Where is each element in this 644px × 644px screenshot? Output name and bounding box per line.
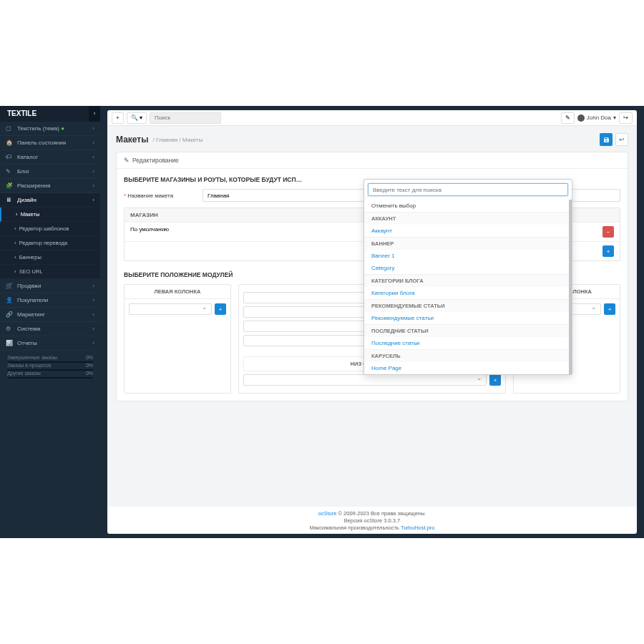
- chevron-right-icon: ›: [92, 182, 94, 189]
- submenu-item-4[interactable]: › SEO URL: [0, 265, 100, 279]
- top-header: + 🔍 ▾ ✎ John Doa ▾ ↪: [107, 110, 637, 126]
- panel-header: ✎ Редактирование: [117, 152, 628, 169]
- panel-title: Редактирование: [132, 157, 179, 164]
- menu-item-0[interactable]: ▢Текстиль (тема) ●›: [0, 122, 100, 136]
- dropdown-option[interactable]: Category: [364, 262, 569, 274]
- user-menu[interactable]: John Doa ▾: [577, 114, 616, 122]
- menu-item-3[interactable]: ✎Блог›: [0, 165, 100, 179]
- menu-item-5[interactable]: 🖥Дизайн›: [0, 193, 100, 208]
- save-button[interactable]: [600, 133, 613, 146]
- right-add-button[interactable]: +: [604, 303, 615, 315]
- menu-icon: 📊: [6, 340, 13, 346]
- menu-item-2[interactable]: 🏷Каталог›: [0, 150, 100, 165]
- name-label: * Название макета: [124, 192, 203, 199]
- menu-icon: ▢: [6, 125, 11, 132]
- page-title: Макеты: [116, 135, 148, 145]
- chevron-right-icon: ›: [92, 197, 94, 203]
- avatar: [577, 114, 585, 122]
- submenu-item-1[interactable]: › Редактор шаблонов: [0, 222, 100, 236]
- dropdown-list: Отменить выборАККАУНТАккаунтБАННЕРBanner…: [364, 200, 572, 374]
- menu-item-8[interactable]: 🔗Маркетинг›: [0, 308, 100, 322]
- menu-icon: 🏷: [6, 154, 11, 160]
- td-shop: По умолчанию: [125, 222, 361, 241]
- search-dropdown-button[interactable]: 🔍 ▾: [127, 112, 147, 124]
- col-left-head: ЛЕВАЯ КОЛОНКА: [125, 285, 230, 299]
- menu-item-6[interactable]: 🛒Продажи›: [0, 279, 100, 293]
- logout-button[interactable]: ↪: [619, 112, 633, 124]
- menu-icon: 🏠: [6, 140, 13, 146]
- add-route-button[interactable]: +: [602, 245, 614, 257]
- dropdown-group: ПОСЛЕДНИЕ СТАТЬИ: [364, 324, 569, 337]
- chevron-right-icon: ›: [92, 340, 94, 346]
- footer-ocstore-link[interactable]: ocStore: [318, 510, 337, 517]
- footer-version: Версия ocStore 3.0.3.7: [344, 517, 400, 524]
- theme-button[interactable]: ✎: [561, 112, 575, 124]
- main-menu: ▢Текстиль (тема) ●›🏠Панель состояния›🏷Ка…: [0, 122, 100, 351]
- menu-icon: 🔗: [6, 311, 13, 318]
- column-left: ЛЕВАЯ КОЛОНКА +: [124, 284, 231, 394]
- menu-item-4[interactable]: 🧩Расширения›: [0, 179, 100, 193]
- menu-icon: 🛒: [6, 283, 13, 289]
- chevron-right-icon: ›: [92, 311, 94, 318]
- menu-icon: 🧩: [6, 182, 13, 189]
- brand-text: TEXTILE: [7, 109, 36, 117]
- add-button[interactable]: +: [112, 112, 124, 124]
- chevron-right-icon: ›: [92, 140, 94, 146]
- menu-icon: 👤: [6, 297, 13, 303]
- bottom-module-select[interactable]: [243, 374, 487, 386]
- menu-icon: ✎: [6, 168, 11, 175]
- left-add-button[interactable]: +: [215, 303, 226, 315]
- dropdown-option[interactable]: Последние статьи: [364, 337, 569, 349]
- back-button[interactable]: ↩: [615, 133, 628, 146]
- module-dropdown: Отменить выборАККАУНТАккаунтБАННЕРBanner…: [364, 179, 572, 375]
- submenu-item-0[interactable]: › Макеты: [0, 208, 100, 222]
- chevron-right-icon: ›: [92, 297, 94, 303]
- dropdown-option[interactable]: Home Page: [364, 362, 569, 374]
- left-module-select[interactable]: [129, 303, 212, 315]
- brand: TEXTILE ‹: [0, 106, 100, 122]
- dropdown-group: КАТЕГОРИИ БЛОГА: [364, 274, 569, 287]
- footer: ocStore © 2009-2023 Все права защищены. …: [107, 507, 637, 534]
- global-search-input[interactable]: [150, 112, 221, 124]
- dropdown-group: АККАУНТ: [364, 212, 569, 225]
- remove-route-button[interactable]: −: [602, 226, 614, 238]
- status-row: Другие заказы0%: [7, 371, 93, 376]
- menu-item-10[interactable]: 📊Отчеты›: [0, 336, 100, 351]
- status-block: Завершенные заказы0%Заказы в процессе0%Д…: [0, 351, 100, 383]
- page-head: Макеты / Главная / Макеты ↩: [116, 133, 628, 146]
- dropdown-option[interactable]: Рекомендуемые статьи: [364, 312, 569, 324]
- status-row: Заказы в процессе0%: [7, 363, 93, 368]
- pencil-icon: ✎: [124, 157, 130, 164]
- chevron-right-icon: ›: [92, 326, 94, 332]
- menu-icon: ⚙: [6, 326, 11, 332]
- sidebar-collapse-button[interactable]: ‹: [89, 106, 100, 122]
- dropdown-group: КАРУСЕЛЬ: [364, 349, 569, 362]
- dropdown-option[interactable]: Banner 1: [364, 250, 569, 262]
- dropdown-option[interactable]: Аккаунт: [364, 225, 569, 237]
- chevron-right-icon: ›: [92, 154, 94, 160]
- submenu-item-3[interactable]: › Баннеры: [0, 250, 100, 265]
- dropdown-group: РЕКОМЕНДУЕМЫЕ СТАТЬИ: [364, 299, 569, 312]
- dropdown-group: БАННЕР: [364, 237, 569, 250]
- user-name: John Doa: [587, 114, 611, 121]
- content: Макеты / Главная / Макеты ↩ ✎ Редактиров…: [107, 126, 637, 507]
- th-shop: МАГАЗИН: [125, 208, 361, 222]
- submenu-item-2[interactable]: › Редактор перевода: [0, 236, 100, 250]
- dropdown-clear[interactable]: Отменить выбор: [364, 200, 569, 212]
- menu-item-9[interactable]: ⚙Система›: [0, 322, 100, 336]
- footer-turbohost-link[interactable]: TurboHost.pro: [401, 525, 435, 531]
- chevron-right-icon: ›: [92, 168, 94, 175]
- chevron-right-icon: ›: [92, 283, 94, 289]
- chevron-right-icon: ›: [92, 125, 94, 132]
- menu-icon: 🖥: [6, 197, 11, 203]
- status-row: Завершенные заказы0%: [7, 355, 93, 360]
- menu-item-7[interactable]: 👤Покупатели›: [0, 293, 100, 308]
- menu-item-1[interactable]: 🏠Панель состояния›: [0, 136, 100, 150]
- sidebar: TEXTILE ‹ ▢Текстиль (тема) ●›🏠Панель сос…: [0, 106, 100, 538]
- dropdown-search-input[interactable]: [368, 183, 568, 196]
- dropdown-option[interactable]: Категории блога: [364, 287, 569, 299]
- breadcrumb: / Главная / Макеты: [152, 137, 203, 143]
- bottom-add-button[interactable]: +: [489, 374, 501, 386]
